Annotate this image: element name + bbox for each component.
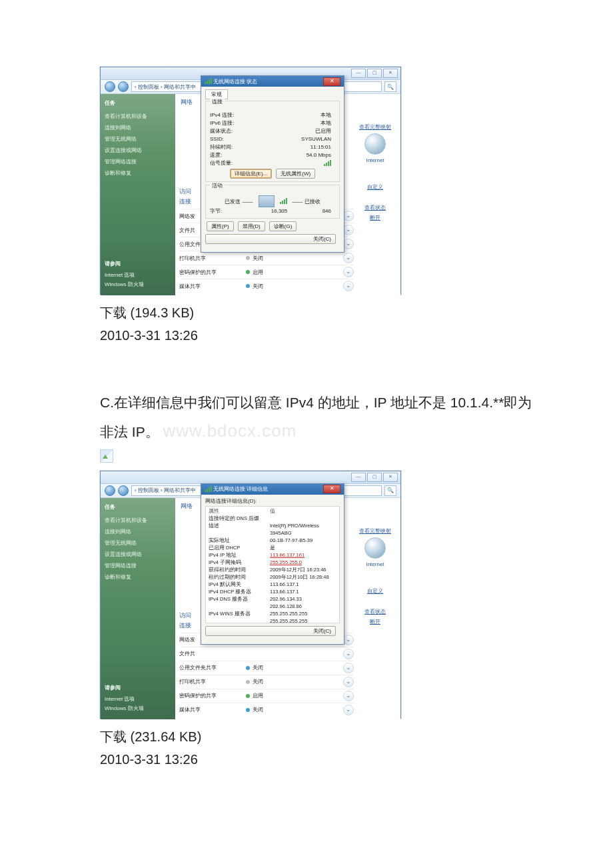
minimize-button[interactable]: — — [351, 69, 366, 78]
detail-value: 00-1B-77-97-B5-39 — [270, 537, 336, 544]
watermark-text: www.bdocx.com — [163, 421, 297, 441]
signal-bars-icon — [324, 161, 331, 166]
sidebar-item-internet-options[interactable]: Internet 选项 — [105, 271, 171, 279]
activity-group: 活动 — [210, 183, 225, 189]
kv-key: 速度: — [210, 151, 263, 159]
detail-value: 2009年12月10日 16:28:48 — [270, 573, 336, 581]
expand-icon[interactable]: ⌄ — [343, 635, 354, 645]
expand-icon[interactable]: ⌄ — [343, 281, 354, 291]
expand-icon[interactable]: ⌄ — [343, 267, 354, 277]
nav-forward-icon[interactable] — [118, 485, 129, 496]
sidebar-item-firewall[interactable]: Windows 防火墙 — [105, 281, 171, 288]
wireless-properties-button[interactable]: 无线属性(W) — [276, 169, 315, 179]
expand-icon[interactable]: ⌄ — [343, 649, 354, 659]
sidebar-item-internet-options[interactable]: Internet 选项 — [105, 695, 171, 703]
nav-forward-icon[interactable] — [118, 81, 129, 92]
detail-value: Intel(R) PRO/Wireless 3945ABG — [270, 522, 336, 537]
status-dialog-title: 无线网络连接 状态 ✕ — [201, 76, 344, 87]
expand-icon[interactable]: ⌄ — [343, 239, 354, 249]
kv-val: SYSUWLAN — [263, 135, 335, 143]
main-access-label: 访问 — [179, 187, 191, 196]
link-disconnect[interactable]: 断开 — [370, 618, 380, 625]
sidebar-item-firewall[interactable]: Windows 防火墙 — [105, 705, 171, 712]
link-view-status[interactable]: 查看状态 — [364, 608, 386, 615]
bytes-recv: 846 — [299, 207, 335, 215]
expand-icon[interactable]: ⌄ — [343, 705, 354, 715]
link-customize[interactable]: 自定义 — [367, 183, 383, 191]
sidebar-item-manage[interactable]: 管理网络连接 — [105, 158, 171, 165]
paragraph-c: C.在详细信息中我们可以留意 IPv4 的地址，IP 地址不是 10.1.4.*… — [100, 390, 540, 447]
sidebar-item-manage[interactable]: 管理网络连接 — [105, 562, 171, 569]
diagnose-button[interactable]: 诊断(G) — [269, 221, 297, 231]
kv-val: 本地 — [263, 111, 335, 119]
expand-icon[interactable]: ⌄ — [343, 253, 354, 263]
maximize-button[interactable]: ▢ — [367, 69, 382, 78]
sidebar-item-diagnose[interactable]: 诊断和修复 — [105, 169, 171, 177]
sidebar-item-wireless[interactable]: 管理无线网络 — [105, 135, 171, 143]
detail-row: IPv4 子网掩码255.255.255.0 — [209, 559, 336, 566]
screenshot-1: — ▢ ✕ › 控制面板 › 网络和共享中 🔍 任务 查看计算机和设备 连接到网… — [100, 67, 540, 295]
download-caption-1: 下载 (194.3 KB) — [100, 303, 540, 323]
properties-button[interactable]: 属性(P) — [207, 221, 234, 231]
sidebar-item-setup[interactable]: 设置连接或网络 — [105, 551, 171, 558]
detail-value: 202.96.134.33 — [270, 595, 336, 603]
dialog-close-button[interactable]: ✕ — [323, 77, 340, 86]
download-caption-2: 下载 (231.64 KB) — [100, 727, 540, 747]
minimize-button[interactable]: — — [351, 473, 366, 482]
status-dot-icon — [246, 666, 250, 670]
sidebar-item-diagnose[interactable]: 诊断和修复 — [105, 573, 171, 581]
share-label: 媒体共享 — [179, 706, 246, 713]
sidebar-item-devices[interactable]: 查看计算机和设备 — [105, 113, 171, 120]
link-customize[interactable]: 自定义 — [367, 587, 383, 595]
status-dot-icon — [246, 270, 250, 274]
details-button[interactable]: 详细信息(E)... — [230, 169, 272, 179]
detail-value: 255.255.255.0 — [270, 559, 336, 566]
kv-val — [263, 159, 335, 167]
detail-row: IPv4 DHCP 服务器113.66.137.1 — [209, 588, 336, 595]
share-row-printer: 打印机共享 关闭 ⌄ — [179, 675, 354, 689]
link-disconnect[interactable]: 断开 — [370, 214, 380, 221]
kv-val: 本地 — [263, 119, 335, 127]
expand-icon[interactable]: ⌄ — [343, 211, 354, 221]
kv-val: 11:15:01 — [263, 143, 335, 151]
outer-window-2: — ▢ ✕ › 控制面板 › 网络和共享中 🔍 任务 查看计算机和设备 连接到网… — [100, 471, 401, 719]
link-view-status[interactable]: 查看状态 — [364, 204, 386, 211]
maximize-button[interactable]: ▢ — [367, 473, 382, 482]
expand-icon[interactable]: ⌄ — [343, 225, 354, 235]
search-icon[interactable]: 🔍 — [384, 485, 396, 496]
share-label: 密码保护的共享 — [179, 269, 246, 276]
search-icon[interactable]: 🔍 — [384, 81, 396, 92]
expand-icon[interactable]: ⌄ — [343, 677, 354, 687]
share-row-public: 公用文件夹共享 关闭 ⌄ — [179, 661, 354, 675]
status-dot-icon — [246, 680, 250, 684]
detail-key: IPv4 IP 地址 — [209, 551, 270, 559]
general-tab[interactable]: 常规 — [205, 89, 228, 99]
sidebar-item-connect[interactable]: 连接到网络 — [105, 124, 171, 131]
expand-icon[interactable]: ⌄ — [343, 691, 354, 701]
nav-back-icon[interactable] — [105, 81, 115, 92]
close-button[interactable]: ✕ — [383, 69, 398, 78]
kv-key: 信号质量: — [210, 159, 263, 167]
detail-dialog: 无线网络连接 详细信息 ✕ 网络连接详细信息(D): 属性值 连接特定的 DNS… — [201, 483, 344, 645]
expand-icon[interactable]: ⌄ — [343, 663, 354, 673]
link-full-map[interactable]: 查看完整映射 — [359, 527, 391, 535]
status-close-button[interactable]: 关闭(C) — [205, 234, 336, 244]
detail-close-button[interactable]: 关闭(C) — [205, 626, 336, 636]
right-column: 查看完整映射 Internet 自定义 查看状态 断开 — [355, 121, 395, 221]
dialog-close-button[interactable]: ✕ — [323, 485, 340, 493]
disable-button[interactable]: 禁用(D) — [238, 221, 265, 231]
sidebar-item-connect[interactable]: 连接到网络 — [105, 528, 171, 535]
sidebar-item-setup[interactable]: 设置连接或网络 — [105, 147, 171, 154]
kv-key: SSID: — [210, 135, 263, 143]
close-button[interactable]: ✕ — [383, 473, 398, 482]
share-row-media: 媒体共享 关闭 ⌄ — [179, 279, 354, 293]
detail-value: 202.96.128.86 — [270, 603, 336, 610]
sidebar-item-devices[interactable]: 查看计算机和设备 — [105, 517, 171, 524]
nav-back-icon[interactable] — [105, 485, 115, 496]
sidebar-see-also: 请参阅 — [105, 260, 171, 267]
sidebar-item-wireless[interactable]: 管理无线网络 — [105, 539, 171, 547]
detail-key: IPv4 子网掩码 — [209, 559, 270, 566]
link-full-map[interactable]: 查看完整映射 — [359, 123, 391, 131]
sidebar: 任务 查看计算机和设备 连接到网络 管理无线网络 设置连接或网络 管理网络连接 … — [101, 498, 175, 719]
globe-label: Internet — [366, 561, 384, 567]
